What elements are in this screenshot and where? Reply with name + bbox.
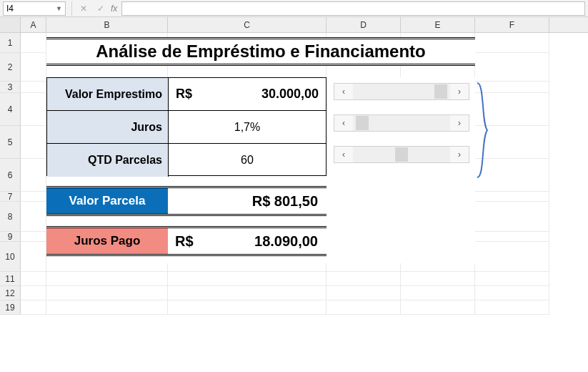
name-box[interactable]: I4 ▼ [3, 1, 66, 16]
arrow-left-icon[interactable]: ‹ [334, 147, 353, 162]
cell[interactable] [21, 33, 46, 53]
result-valor-parcela: Valor Parcela R$ 801,50 [46, 186, 327, 216]
cell[interactable] [327, 286, 401, 300]
row-header[interactable]: 1 [0, 33, 21, 53]
label-valor-emprestimo: Valor Emprestimo [47, 78, 169, 110]
label-juros-pago: Juros Pago [46, 228, 168, 254]
label-valor-parcela: Valor Parcela [46, 188, 168, 214]
arrow-right-icon[interactable]: › [450, 84, 469, 99]
cell[interactable] [46, 286, 168, 300]
scrollbar-parcelas[interactable]: ‹ › [334, 146, 469, 163]
col-header-f[interactable]: F [475, 17, 549, 32]
value-valor-parcela[interactable]: R$ 801,50 [168, 188, 327, 214]
fx-icon[interactable]: fx [111, 4, 117, 14]
cell[interactable] [21, 126, 46, 159]
cell[interactable] [21, 192, 46, 202]
col-header-b[interactable]: B [46, 17, 168, 32]
cell[interactable] [475, 242, 549, 272]
scrollbar-thumb[interactable] [356, 116, 369, 130]
scrollbar-juros[interactable]: ‹ › [334, 114, 469, 132]
row-header[interactable]: 11 [0, 272, 21, 286]
row-header[interactable]: 8 [0, 202, 21, 232]
cell[interactable] [475, 202, 549, 232]
form-controls: ‹ › ‹ › ‹ › [334, 83, 469, 163]
row-header[interactable]: 6 [0, 159, 21, 192]
cell[interactable] [475, 53, 549, 82]
cell[interactable] [475, 159, 549, 192]
scrollbar-thumb[interactable] [395, 147, 408, 162]
value-juros[interactable]: 1,7% [169, 111, 326, 143]
arrow-right-icon[interactable]: › [450, 147, 469, 162]
cell[interactable] [475, 93, 549, 126]
cell[interactable] [21, 232, 46, 242]
col-header-d[interactable]: D [327, 17, 401, 32]
divider [71, 1, 72, 16]
cell[interactable] [475, 286, 549, 300]
cell[interactable] [327, 272, 401, 286]
row-header[interactable]: 3 [0, 82, 21, 93]
result-juros-pago: Juros Pago R$ 18.090,00 [46, 226, 327, 256]
cell[interactable] [21, 159, 46, 192]
cell[interactable] [327, 33, 401, 53]
scrollbar-thumb[interactable] [434, 84, 447, 99]
cell[interactable] [401, 272, 475, 286]
row-header[interactable]: 9 [0, 232, 21, 242]
cell[interactable] [327, 300, 401, 315]
col-header-a[interactable]: A [21, 17, 46, 32]
cell[interactable] [21, 82, 46, 93]
row-header[interactable]: 7 [0, 192, 21, 202]
cell[interactable] [401, 33, 475, 53]
currency-symbol: R$ [176, 87, 192, 102]
label-juros: Juros [47, 111, 169, 143]
row-header[interactable]: 12 [0, 286, 21, 300]
scrollbar-track[interactable] [353, 147, 450, 162]
scrollbar-valor[interactable]: ‹ › [334, 83, 469, 100]
value-valor-emprestimo[interactable]: R$ 30.000,00 [169, 78, 326, 110]
cell[interactable] [475, 192, 549, 202]
cell[interactable] [46, 300, 168, 315]
cell[interactable] [46, 33, 168, 53]
cell[interactable] [401, 286, 475, 300]
spreadsheet-grid[interactable]: A B C D E F 1 2 3 4 5 6 [0, 17, 588, 315]
table-row: Valor Emprestimo R$ 30.000,00 [47, 78, 326, 111]
cell[interactable] [21, 53, 46, 82]
arrow-left-icon[interactable]: ‹ [334, 84, 353, 99]
scrollbar-track[interactable] [353, 115, 450, 131]
cancel-icon[interactable]: ✕ [76, 1, 91, 16]
formula-input[interactable] [121, 1, 585, 16]
value-qtd-parcelas[interactable]: 60 [169, 144, 326, 177]
cell[interactable] [475, 232, 549, 242]
cell[interactable] [475, 126, 549, 159]
cell[interactable] [21, 300, 46, 315]
cell[interactable] [168, 272, 327, 286]
col-header-c[interactable]: C [168, 17, 327, 32]
cell[interactable] [475, 33, 549, 53]
cell[interactable] [168, 286, 327, 300]
col-header-e[interactable]: E [401, 17, 475, 32]
formula-bar: I4 ▼ ✕ ✓ fx [0, 0, 588, 17]
cell[interactable] [475, 300, 549, 315]
row-header[interactable]: 5 [0, 126, 21, 159]
cell[interactable] [21, 286, 46, 300]
cell[interactable] [21, 93, 46, 126]
cell[interactable] [475, 272, 549, 286]
value-juros-pago[interactable]: R$ 18.090,00 [168, 228, 327, 254]
cell[interactable] [168, 300, 327, 315]
cell[interactable] [46, 272, 168, 286]
cell[interactable] [21, 242, 46, 272]
arrow-right-icon[interactable]: › [450, 115, 469, 131]
cell[interactable] [401, 300, 475, 315]
cell[interactable] [475, 82, 549, 93]
row-header[interactable]: 10 [0, 242, 21, 272]
cell[interactable] [21, 272, 46, 286]
row-header[interactable]: 4 [0, 93, 21, 126]
scrollbar-track[interactable] [353, 84, 450, 99]
confirm-icon[interactable]: ✓ [94, 1, 108, 16]
currency-symbol: R$ [175, 233, 194, 250]
arrow-left-icon[interactable]: ‹ [334, 115, 353, 131]
row-header[interactable]: 2 [0, 53, 21, 82]
cell[interactable] [168, 33, 327, 53]
select-all-corner[interactable] [0, 17, 21, 32]
cell[interactable] [21, 202, 46, 232]
row-header[interactable]: 19 [0, 300, 21, 315]
